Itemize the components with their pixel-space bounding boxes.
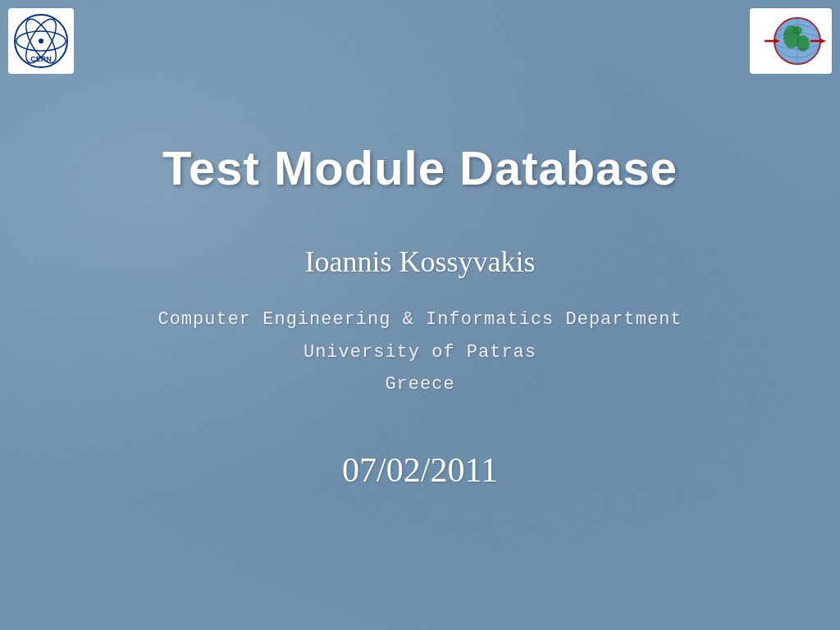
slide-content: Test Module Database Ioannis Kossyvakis … bbox=[0, 140, 840, 490]
presentation-slide: CERN Test Module Database bbox=[0, 0, 840, 630]
cern-logo: CERN bbox=[8, 8, 74, 74]
affiliation-block: Computer Engineering & Informatics Depar… bbox=[66, 304, 774, 401]
affiliation-line3: Greece bbox=[66, 368, 774, 401]
svg-point-4 bbox=[39, 39, 43, 43]
svg-marker-16 bbox=[820, 39, 826, 43]
affiliation-line2: University of Patras bbox=[66, 336, 774, 369]
author-name: Ioannis Kossyvakis bbox=[66, 244, 774, 279]
university-logo bbox=[750, 8, 832, 74]
svg-text:CERN: CERN bbox=[30, 55, 52, 63]
presentation-date: 07/02/2011 bbox=[66, 450, 774, 490]
slide-title: Test Module Database bbox=[66, 140, 774, 195]
affiliation-line1: Computer Engineering & Informatics Depar… bbox=[66, 304, 774, 336]
